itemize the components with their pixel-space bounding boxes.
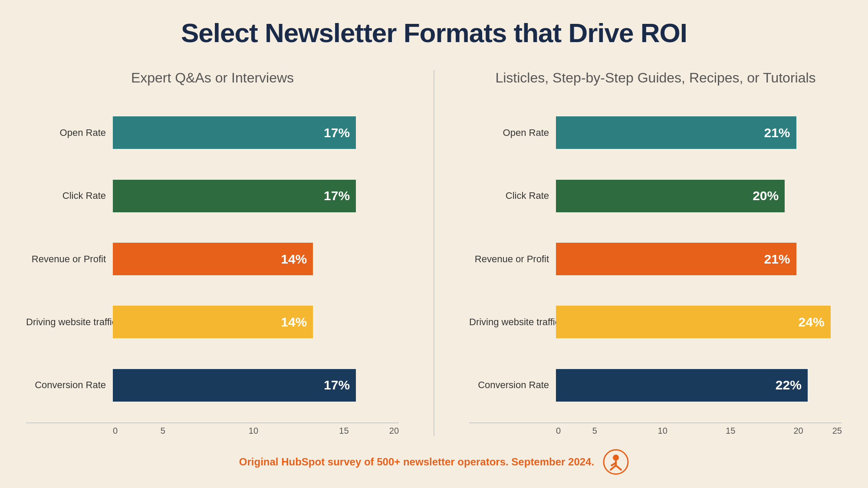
- bar-row: Driving website traffic14%: [26, 293, 399, 351]
- page-title: Select Newsletter Formats that Drive ROI: [181, 17, 687, 48]
- bar-fill: 21%: [556, 116, 796, 149]
- x-axis-label: 0: [113, 426, 118, 436]
- bar-label: Revenue or Profit: [469, 254, 556, 265]
- bar-value: 14%: [281, 315, 307, 330]
- bar-track: 14%: [113, 243, 399, 275]
- bar-fill: 20%: [556, 180, 785, 212]
- bar-label: Driving website traffic: [469, 317, 556, 328]
- svg-line-4: [616, 465, 621, 470]
- bar-track: 24%: [556, 306, 842, 338]
- hubspot-logo: [603, 449, 629, 475]
- bar-label: Conversion Rate: [469, 379, 556, 391]
- bar-fill: 17%: [113, 369, 356, 402]
- bar-track: 17%: [113, 180, 399, 212]
- x-axis-label: 25: [832, 426, 842, 436]
- x-axis-label: 10: [629, 426, 697, 436]
- bar-fill: 22%: [556, 369, 808, 402]
- bar-value: 22%: [776, 378, 802, 392]
- bar-label: Driving website traffic: [26, 317, 113, 328]
- chart2-title: Listicles, Step-by-Step Guides, Recipes,…: [469, 70, 842, 86]
- bar-track: 14%: [113, 306, 399, 338]
- charts-row: Expert Q&As or Interviews Open Rate17%Cl…: [26, 70, 842, 436]
- bar-label: Conversion Rate: [26, 379, 113, 391]
- bar-label: Revenue or Profit: [26, 254, 113, 265]
- chart1-axis-line: [26, 422, 399, 423]
- bar-value: 14%: [281, 252, 307, 267]
- chart1-container: Expert Q&As or Interviews Open Rate17%Cl…: [26, 70, 399, 436]
- bar-row: Driving website traffic24%: [469, 293, 842, 351]
- bar-row: Click Rate17%: [26, 166, 399, 225]
- bar-row: Revenue or Profit21%: [469, 230, 842, 288]
- bar-value: 24%: [799, 315, 825, 330]
- svg-point-1: [613, 455, 619, 461]
- bar-fill: 14%: [113, 306, 313, 338]
- chart2-x-axis: 0510152025: [469, 426, 842, 436]
- bar-value: 17%: [324, 188, 350, 203]
- chart1-title: Expert Q&As or Interviews: [26, 70, 399, 86]
- bar-row: Conversion Rate17%: [26, 356, 399, 415]
- bar-fill: 17%: [113, 116, 356, 149]
- bar-fill: 21%: [556, 243, 796, 275]
- bar-row: Open Rate21%: [469, 103, 842, 162]
- bar-label: Open Rate: [469, 127, 556, 138]
- bar-track: 17%: [113, 116, 399, 149]
- bar-row: Conversion Rate22%: [469, 356, 842, 415]
- bar-label: Click Rate: [469, 190, 556, 201]
- bar-fill: 17%: [113, 180, 356, 212]
- bar-track: 17%: [113, 369, 399, 402]
- footer: Original HubSpot survey of 500+ newslett…: [26, 449, 842, 475]
- bar-track: 21%: [556, 243, 842, 275]
- bar-value: 21%: [764, 125, 790, 140]
- bar-row: Click Rate20%: [469, 166, 842, 225]
- bar-row: Open Rate17%: [26, 103, 399, 162]
- x-axis-label: 20: [389, 426, 399, 436]
- bar-row: Revenue or Profit14%: [26, 230, 399, 288]
- bar-fill: 14%: [113, 243, 313, 275]
- footer-text: Original HubSpot survey of 500+ newslett…: [239, 456, 594, 468]
- bar-label: Open Rate: [26, 127, 113, 138]
- x-axis-label: 5: [118, 426, 208, 436]
- bar-value: 21%: [764, 252, 790, 267]
- chart1-x-axis: 05101520: [26, 426, 399, 436]
- chart2-container: Listicles, Step-by-Step Guides, Recipes,…: [469, 70, 842, 436]
- chart-separator: [434, 70, 434, 436]
- bar-label: Click Rate: [26, 190, 113, 201]
- x-axis-label: 20: [764, 426, 832, 436]
- bar-value: 17%: [324, 125, 350, 140]
- bar-track: 22%: [556, 369, 842, 402]
- bar-track: 20%: [556, 180, 842, 212]
- bar-track: 21%: [556, 116, 842, 149]
- x-axis-label: 15: [697, 426, 764, 436]
- x-axis-label: 5: [561, 426, 628, 436]
- bar-fill: 24%: [556, 306, 831, 338]
- x-axis-label: 10: [208, 426, 299, 436]
- chart2-area: Open Rate21%Click Rate20%Revenue or Prof…: [469, 103, 842, 419]
- bar-value: 17%: [324, 378, 350, 392]
- chart1-area: Open Rate17%Click Rate17%Revenue or Prof…: [26, 103, 399, 419]
- chart2-axis-line: [469, 422, 842, 423]
- x-axis-label: 0: [556, 426, 561, 436]
- x-axis-label: 15: [299, 426, 389, 436]
- bar-value: 20%: [753, 188, 779, 203]
